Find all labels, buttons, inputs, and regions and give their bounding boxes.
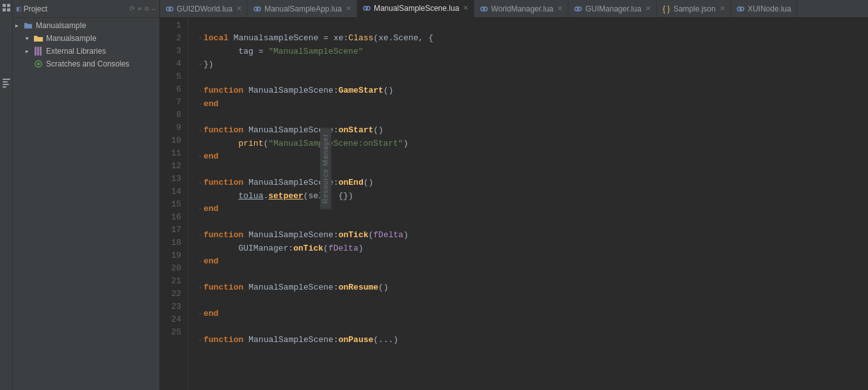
tab-samplejson[interactable]: { } Sample.json ✕	[657, 0, 731, 17]
tab-icon-manualsampleapp	[253, 4, 262, 13]
panel-header: ◧ Project ⟳ ⇌ ⚙ —	[13, 0, 159, 18]
tab-manualsamplescene[interactable]: ManualSampleScene.lua ✕	[357, 0, 474, 17]
svg-rect-4	[3, 79, 10, 80]
tab-label-manualsamplescene: ManualSampleScene.lua	[374, 4, 459, 13]
panel-action-settings[interactable]: ⚙	[145, 4, 149, 13]
svg-point-20	[483, 7, 487, 11]
code-line-20	[196, 269, 868, 281]
tree-item-scratches[interactable]: Scratches and Consoles	[13, 58, 159, 70]
svg-point-12	[37, 63, 40, 65]
panel-header-actions: ⟳ ⇌ ⚙ —	[129, 4, 156, 13]
project-header-icon: ◧	[17, 4, 21, 13]
fold-23[interactable]: ◦	[198, 308, 202, 321]
code-line-15: ◦end	[196, 203, 868, 216]
tab-guimanager[interactable]: GUIManager.lua ✕	[568, 0, 656, 17]
tab-close-guimanager[interactable]: ✕	[645, 5, 651, 12]
panel-action-split[interactable]: ⇌	[138, 4, 142, 13]
code-line-22	[196, 295, 868, 308]
tab-label-gui2dworld: GUI2DWorld.lua	[177, 4, 232, 13]
code-line-1	[196, 19, 868, 32]
fold-4[interactable]: ◦	[198, 59, 202, 72]
fold-9[interactable]: ◦	[198, 125, 202, 137]
tree-item-scratches-label: Scratches and Consoles	[46, 59, 129, 68]
code-line-17: ◦function ManualSampleScene:onTick(fDelt…	[196, 229, 868, 242]
tab-gui2dworld[interactable]: GUI2DWorld.lua ✕	[160, 0, 248, 17]
tab-close-manualsamplescene[interactable]: ✕	[463, 4, 469, 12]
tab-icon-xuinode	[736, 4, 745, 13]
svg-point-14	[169, 7, 173, 11]
svg-point-24	[740, 7, 744, 11]
project-icon[interactable]	[1, 3, 12, 13]
fold-15[interactable]: ◦	[198, 203, 202, 216]
svg-rect-0	[3, 4, 6, 7]
fold-21[interactable]: ◦	[198, 282, 202, 295]
tree-item-manualsample-label: ManualsampIe	[46, 34, 97, 43]
code-line-12	[196, 164, 868, 176]
tab-close-manualsampleapp[interactable]: ✕	[346, 5, 351, 12]
code-line-9: ◦function ManualSampleScene:onStart()	[196, 124, 868, 137]
svg-rect-8	[35, 47, 36, 56]
svg-point-16	[257, 7, 261, 11]
tab-label-xuinode: XUINode.lua	[748, 4, 791, 13]
code-line-2: ◦local ManualsampleScene = xe:Class(xe.S…	[196, 32, 868, 45]
code-line-21: ◦function ManualSampleScene:onResume()	[196, 281, 868, 295]
svg-rect-9	[37, 47, 39, 56]
code-line-24	[196, 321, 868, 334]
code-line-13: ◦function ManualSampleScene:onEnd()	[196, 176, 868, 190]
svg-rect-5	[3, 81, 8, 82]
code-line-16	[196, 216, 868, 229]
scratches-icon	[33, 59, 44, 69]
tree-item-manualsample[interactable]: ▾ ManualsampIe	[13, 32, 159, 45]
code-line-14: tolua.setpeer(self, {})	[196, 190, 868, 203]
fold-6[interactable]: ◦	[198, 85, 202, 98]
svg-rect-7	[3, 86, 6, 88]
editor-area[interactable]: 1 2 3 4 5 6 7 8 9 10 11 12 13 14 15 16 1…	[160, 18, 868, 390]
activity-bar	[0, 0, 13, 390]
tab-close-worldmanager[interactable]: ✕	[557, 5, 563, 12]
main-area: GUI2DWorld.lua ✕ ManualSampleApp.lua ✕ M…	[160, 0, 868, 390]
code-line-11: ◦end	[196, 150, 868, 164]
tree-item-ext-libraries[interactable]: ▸ External Libraries	[13, 45, 159, 58]
project-folder-icon	[23, 20, 33, 31]
fold-7[interactable]: ◦	[198, 98, 202, 111]
tab-manualsampleapp[interactable]: ManualSampleApp.lua ✕	[248, 0, 357, 17]
svg-rect-6	[3, 84, 9, 85]
tab-close-gui2dworld[interactable]: ✕	[236, 5, 242, 12]
code-line-5	[196, 72, 868, 84]
fold-19[interactable]: ◦	[198, 256, 202, 269]
svg-point-18	[366, 6, 370, 10]
resource-manager-tab[interactable]: Resource Manager	[320, 128, 332, 210]
fold-17[interactable]: ◦	[198, 230, 202, 242]
tree-item-ext-label: External Libraries	[46, 47, 106, 56]
ext-lib-icon	[33, 46, 44, 56]
tab-xuinode[interactable]: XUINode.lua	[731, 0, 797, 17]
tab-icon-manualsamplescene	[362, 4, 371, 13]
fold-13[interactable]: ◦	[198, 177, 202, 190]
tab-label-samplejson: Sample.json	[673, 4, 716, 13]
tab-icon-guimanager	[574, 4, 583, 13]
code-line-8	[196, 111, 868, 124]
tab-worldmanager[interactable]: WorldManager.lua ✕	[474, 0, 568, 17]
tab-label-guimanager: GUIManager.lua	[585, 4, 641, 13]
code-editor[interactable]: ◦local ManualsampleScene = xe:Class(xe.S…	[188, 18, 868, 390]
svg-rect-10	[40, 47, 42, 56]
svg-rect-1	[7, 4, 10, 7]
panel-action-sync[interactable]: ⟳	[129, 4, 135, 13]
structure-icon[interactable]	[1, 78, 12, 88]
tab-close-samplejson[interactable]: ✕	[719, 5, 725, 12]
tree-item-project[interactable]: ▸ ManualsampIe	[13, 19, 159, 32]
panel-header-title: Project	[24, 4, 127, 13]
tab-icon-samplejson: { }	[662, 4, 671, 13]
code-line-10: print("ManualSampleScene:onStart")	[196, 137, 868, 150]
tree-item-project-label: ManualsampIe	[36, 21, 86, 30]
code-line-18: GUIManager:onTick(fDelta)	[196, 242, 868, 255]
code-line-23: ◦end	[196, 308, 868, 321]
fold-2[interactable]: ◦	[198, 33, 202, 45]
fold-25[interactable]: ◦	[198, 334, 202, 347]
code-line-4: ◦})	[196, 58, 868, 72]
svg-rect-3	[7, 8, 10, 12]
fold-11[interactable]: ◦	[198, 151, 202, 164]
code-line-6: ◦function ManualSampleScene:GameStart()	[196, 84, 868, 98]
svg-point-22	[577, 7, 581, 11]
panel-action-minimize[interactable]: —	[151, 5, 156, 13]
